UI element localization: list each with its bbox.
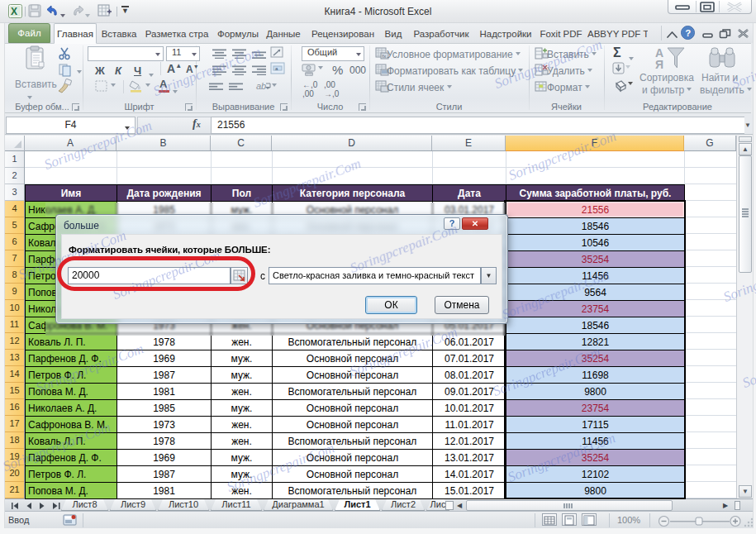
svg-text:ab: ab bbox=[256, 81, 266, 91]
svg-text:Я: Я bbox=[655, 58, 663, 70]
svg-text:fx: fx bbox=[383, 54, 387, 59]
svg-text:X: X bbox=[11, 6, 17, 17]
svg-text:?: ? bbox=[685, 28, 691, 38]
